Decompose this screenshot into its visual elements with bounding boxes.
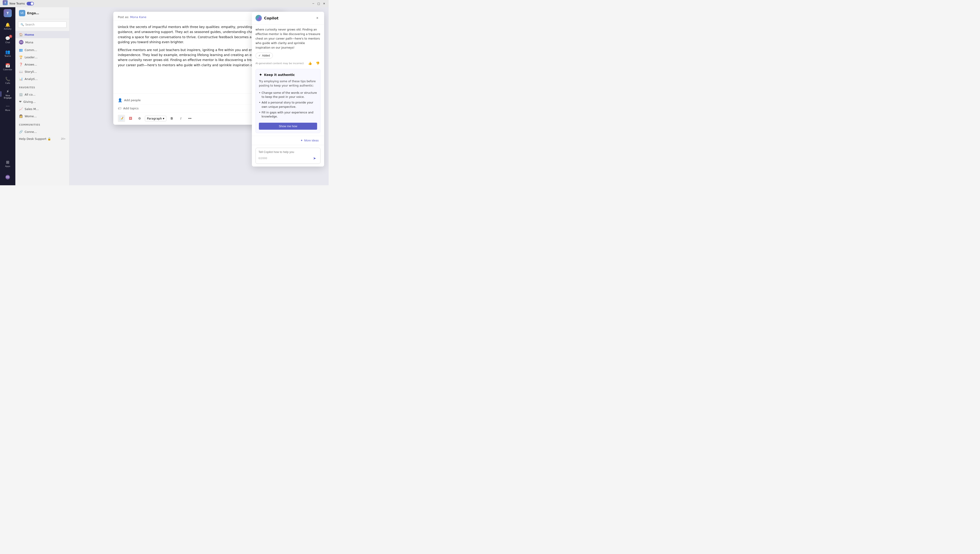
toolbar-format-btn[interactable]: 📝 xyxy=(118,115,125,122)
send-button[interactable]: ➤ xyxy=(311,155,318,161)
tip-item-3: Fill in gaps with your experience and kn… xyxy=(259,110,317,120)
connect-icon: 🔗 xyxy=(19,130,23,134)
copilot-close-button[interactable]: × xyxy=(314,15,320,21)
sidebar-item-activity[interactable]: 🔔 Activity xyxy=(2,20,14,32)
toolbar-bold-btn[interactable]: B xyxy=(168,115,175,122)
nav-label-women: Wome… xyxy=(25,115,37,118)
added-button[interactable]: ✓ Added xyxy=(256,53,273,59)
nav-item-connect[interactable]: 🔗 Conne… xyxy=(15,128,69,135)
apps-icon: ⊞ xyxy=(6,160,9,164)
nav-label-sales: Sales M… xyxy=(25,107,39,111)
sidebar-label-more: More xyxy=(5,109,10,112)
viva-engage-icon: ⚡ xyxy=(6,89,9,94)
sales-icon: 📈 xyxy=(19,107,23,111)
new-teams-toggle[interactable] xyxy=(27,2,34,5)
window-controls[interactable]: ─ □ ✕ xyxy=(312,2,326,5)
copilot-panel: Copilot × where curiosity never grows ol… xyxy=(252,12,324,166)
nav-label-storyline: Storyli… xyxy=(25,70,37,73)
chevron-down-icon: ▾ xyxy=(163,117,164,120)
search-placeholder: Search xyxy=(25,23,35,26)
sidebar-item-teams[interactable]: 👥 Teams xyxy=(2,47,14,60)
search-icon: 🔍 xyxy=(21,23,24,26)
sidebar-item-chat[interactable]: 💬 Chat 1 xyxy=(2,34,14,46)
toolbar-emoji-btn[interactable]: ⚙ xyxy=(136,115,143,122)
nav-item-sales[interactable]: 📈 Sales M… xyxy=(15,105,69,113)
add-topics-label: Add topics xyxy=(123,107,138,110)
women-icon: 👩 xyxy=(19,114,23,118)
toolbar-more-btn[interactable]: ••• xyxy=(186,115,193,122)
nav-item-home[interactable]: 🏠 Home xyxy=(15,31,69,38)
copilot-input[interactable] xyxy=(258,150,318,154)
svg-point-0 xyxy=(257,16,261,20)
paragraph-label: Paragraph xyxy=(147,117,162,120)
thumbs-down-button[interactable]: 👎 xyxy=(315,60,320,66)
activity-icon: 🔔 xyxy=(5,22,10,27)
sidebar-label-calendar: Calendar xyxy=(3,69,12,71)
nav-label-helpdesk: Help Desk Support 🔒 xyxy=(19,137,51,140)
char-count: 0/2000 xyxy=(258,157,267,160)
favorites-header: Favorites xyxy=(15,83,69,90)
copilot-generated-text: where curiosity never grows old. Finding… xyxy=(256,27,320,50)
sidebar-item-calls[interactable]: 📞 Calls xyxy=(2,74,14,87)
nav-items: 🏠 Home MK Mona 👥 Comm… 🏆 Leader… ❓ xyxy=(15,30,69,83)
more-icon: ··· xyxy=(6,104,10,109)
nav-label-communities: Comm… xyxy=(25,48,37,52)
sidebar-item-viva-engage[interactable]: ⚡ Viva Engage xyxy=(2,88,14,100)
nav-item-leadership[interactable]: 🏆 Leader… xyxy=(15,54,69,61)
nav-item-mona[interactable]: MK Mona xyxy=(15,38,69,46)
toolbar-image-btn[interactable]: 🖼 xyxy=(127,115,134,122)
helpdesk-badge: 20+ xyxy=(61,137,66,140)
copilot-header: Copilot × xyxy=(252,12,324,25)
sidebar-label-chat: Chat xyxy=(5,42,10,44)
nav-search[interactable]: 🔍 Search xyxy=(18,21,67,28)
nav-label-home: Home xyxy=(25,33,34,37)
sidebar-logo: T xyxy=(3,9,12,17)
nav-item-communities[interactable]: 👥 Comm… xyxy=(15,46,69,54)
sidebar-item-apps[interactable]: ⊞ Apps xyxy=(2,157,14,170)
feedback-row: AI-generated content may be incorrect 👍 … xyxy=(256,60,320,66)
tip-header: ✦ Keep it authentic xyxy=(259,72,317,77)
app-logo: T xyxy=(3,0,8,5)
nav-item-storyline[interactable]: 📖 Storyli… xyxy=(15,68,69,75)
nav-label-connect: Conne… xyxy=(25,130,37,134)
close-button[interactable]: ✕ xyxy=(322,2,326,5)
tip-intro: Try employing some of these tips before … xyxy=(259,79,317,88)
sidebar-item-calendar[interactable]: 📅 Calendar xyxy=(2,61,14,73)
sidebar-label-apps: Apps xyxy=(5,165,10,168)
more-ideas-button[interactable]: ✦ More ideas xyxy=(299,138,320,143)
mona-avatar: MK xyxy=(19,40,24,45)
nav-item-answers[interactable]: ❓ Answe… xyxy=(15,61,69,68)
toolbar-italic-btn[interactable]: I xyxy=(177,115,185,122)
nav-item-giving[interactable]: ❤️ Giving… xyxy=(15,98,69,105)
more-ideas-row: ✦ More ideas xyxy=(252,136,324,145)
tip-item-2: Add a personal story to provide your own… xyxy=(259,100,317,110)
thumbs-up-button[interactable]: 👍 xyxy=(307,60,313,66)
add-people-icon: 👤 xyxy=(118,98,123,102)
analytics-icon: 📊 xyxy=(19,77,23,81)
title-bar: T New Teams ─ □ ✕ xyxy=(0,0,329,7)
communities-icon: 👥 xyxy=(19,48,23,52)
tip-item-1: Change some of the words or structure to… xyxy=(259,90,317,100)
sidebar-item-avatar[interactable]: MK xyxy=(2,171,14,184)
toolbar-paragraph-selector[interactable]: Paragraph ▾ xyxy=(145,116,166,121)
sidebar-item-more[interactable]: ··· More xyxy=(2,101,14,114)
chat-badge: 1 xyxy=(9,35,12,38)
nav-label-mona: Mona xyxy=(25,41,33,44)
user-avatar: MK xyxy=(5,175,10,179)
nav-label-analytics: Analyti… xyxy=(25,77,38,81)
communities-list: 🔗 Conne… Help Desk Support 🔒 20+ xyxy=(15,127,69,143)
nav-item-women[interactable]: 👩 Wome… xyxy=(15,113,69,120)
post-as-name[interactable]: Mona Kane xyxy=(130,15,146,19)
page-content: Post as: Mona Kane Unlock the secrets of… xyxy=(70,7,329,185)
maximize-button[interactable]: □ xyxy=(317,2,320,5)
tip-icon: ✦ xyxy=(259,72,262,77)
nav-item-analytics[interactable]: 📊 Analyti… xyxy=(15,75,69,83)
copilot-input-wrapper: 0/2000 ➤ xyxy=(256,148,320,164)
show-me-how-button[interactable]: Show me how xyxy=(259,123,317,130)
nav-item-helpdesk[interactable]: Help Desk Support 🔒 20+ xyxy=(15,135,69,142)
minimize-button[interactable]: ─ xyxy=(312,2,315,5)
sidebar-label-activity: Activity xyxy=(4,28,11,30)
tip-list: Change some of the words or structure to… xyxy=(259,90,317,120)
nav-item-all-company[interactable]: 🏢 All co… xyxy=(15,91,69,98)
home-icon: 🏠 xyxy=(19,33,23,37)
